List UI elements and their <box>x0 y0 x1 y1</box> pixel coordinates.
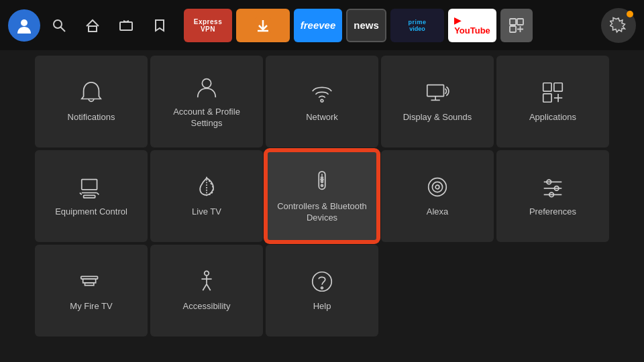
settings-button[interactable] <box>601 8 636 43</box>
app-primevideo[interactable]: prime video <box>390 9 444 42</box>
grid-item-controllers-bluetooth[interactable]: Controllers & Bluetooth Devices <box>266 150 378 242</box>
svg-rect-12 <box>510 26 516 32</box>
app-downloader[interactable] <box>236 9 290 42</box>
svg-rect-18 <box>427 85 444 97</box>
svg-line-53 <box>203 284 207 291</box>
avatar[interactable] <box>8 9 40 42</box>
grid-item-display-sounds[interactable]: Display & Sounds <box>381 56 494 147</box>
svg-rect-49 <box>85 283 94 286</box>
grid-item-preferences[interactable]: Preferences <box>496 150 609 242</box>
svg-point-16 <box>202 78 211 87</box>
svg-rect-3 <box>89 26 97 32</box>
svg-rect-22 <box>554 83 562 91</box>
settings-notification-dot <box>627 11 633 17</box>
alexa-label: Alexa <box>427 206 449 218</box>
controllers-bluetooth-label: Controllers & Bluetooth Devices <box>274 201 370 224</box>
svg-point-0 <box>21 19 28 26</box>
svg-line-28 <box>80 193 82 195</box>
svg-point-39 <box>432 182 442 192</box>
grid-item-accessibility[interactable]: Accessibility <box>150 245 263 337</box>
livetv-button[interactable] <box>114 13 138 38</box>
grid-item-applications[interactable]: Applications <box>496 56 609 147</box>
network-label: Network <box>306 112 338 123</box>
svg-line-54 <box>207 284 211 291</box>
svg-line-29 <box>97 193 99 195</box>
app-expressvpn[interactable]: ExpressVPN <box>184 9 232 42</box>
svg-rect-10 <box>510 19 516 25</box>
app-grid[interactable] <box>500 9 533 42</box>
settings-grid: Notifications Account & Profile Settings… <box>0 50 644 342</box>
svg-point-34 <box>321 176 323 178</box>
app-youtube[interactable]: ▶ YouTube <box>448 9 496 42</box>
accessibility-label: Accessibility <box>183 301 231 312</box>
my-fire-tv-label: My Fire TV <box>70 301 112 312</box>
svg-point-40 <box>435 185 439 189</box>
search-button[interactable] <box>47 13 71 38</box>
app-freevee[interactable]: freevee <box>294 9 342 42</box>
app-shortcuts: ExpressVPN freevee news prime video <box>184 9 594 42</box>
svg-point-35 <box>321 180 323 182</box>
notifications-label: Notifications <box>68 112 115 123</box>
svg-rect-23 <box>543 94 551 102</box>
display-sounds-label: Display & Sounds <box>403 112 472 123</box>
svg-point-56 <box>321 287 323 289</box>
applications-label: Applications <box>529 112 576 123</box>
svg-rect-30 <box>84 195 95 198</box>
grid-item-help[interactable]: Help <box>266 245 378 337</box>
bookmark-button[interactable] <box>148 13 172 38</box>
grid-item-equipment-control[interactable]: Equipment Control <box>35 150 148 242</box>
live-tv-label: Live TV <box>192 206 221 218</box>
grid-item-network[interactable]: Network <box>266 56 378 147</box>
grid-item-account-profile[interactable]: Account & Profile Settings <box>150 56 263 147</box>
equipment-control-label: Equipment Control <box>55 206 127 218</box>
app-news[interactable]: news <box>346 9 386 42</box>
svg-rect-26 <box>82 180 97 190</box>
svg-point-38 <box>429 178 447 196</box>
help-label: Help <box>313 301 331 312</box>
grid-item-notifications[interactable]: Notifications <box>35 56 148 147</box>
nav-icons <box>47 13 172 38</box>
svg-line-2 <box>61 27 66 32</box>
svg-point-36 <box>321 184 323 186</box>
svg-point-1 <box>54 20 62 28</box>
topbar: ExpressVPN freevee news prime video <box>0 0 644 50</box>
home-button[interactable] <box>80 13 105 38</box>
grid-item-alexa[interactable]: Alexa <box>381 150 494 242</box>
svg-point-50 <box>205 271 209 276</box>
preferences-label: Preferences <box>529 206 576 218</box>
svg-rect-48 <box>83 279 96 283</box>
account-profile-label: Account & Profile Settings <box>157 107 256 129</box>
grid-item-my-fire-tv[interactable]: My Fire TV <box>35 245 148 337</box>
svg-rect-21 <box>543 83 551 91</box>
svg-point-17 <box>321 99 323 102</box>
svg-point-55 <box>313 272 332 292</box>
grid-item-live-tv[interactable]: Live TV <box>150 150 263 242</box>
svg-rect-11 <box>517 19 523 25</box>
svg-rect-4 <box>120 22 132 30</box>
